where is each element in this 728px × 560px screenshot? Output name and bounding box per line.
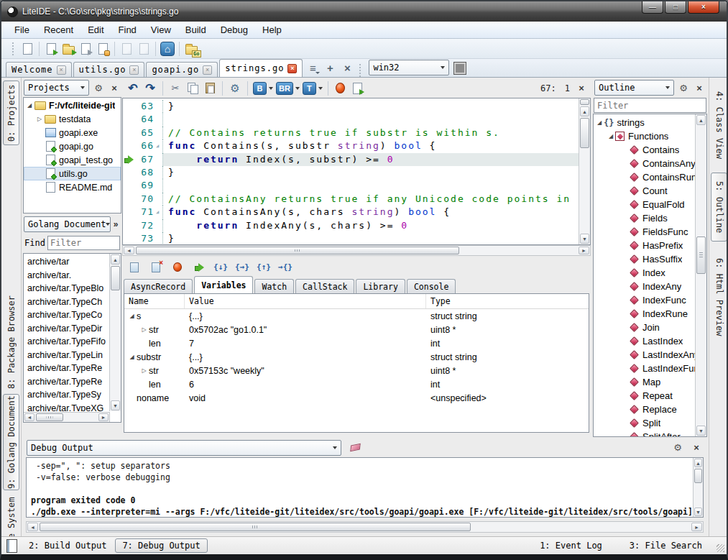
build-button[interactable]: B bbox=[253, 82, 267, 95]
close-editor-area-icon[interactable]: × bbox=[338, 60, 356, 75]
outline-item-join[interactable]: Join bbox=[594, 321, 695, 334]
editor-hscrollbar[interactable]: ◄ ► bbox=[122, 245, 591, 256]
scroll-right-icon[interactable]: ► bbox=[691, 523, 702, 531]
menu-build[interactable]: Build bbox=[178, 22, 213, 37]
project-item-readme-md[interactable]: README.md bbox=[24, 180, 121, 194]
package-list-vscrollbar[interactable]: ▲ ▼ bbox=[109, 254, 121, 411]
stop-debug-icon[interactable] bbox=[170, 260, 185, 275]
sidebar-view-combo[interactable]: Projects bbox=[24, 80, 89, 96]
scroll-thumb[interactable] bbox=[36, 413, 63, 421]
outline-item-containsrune[interactable]: ContainsRune bbox=[594, 170, 695, 184]
outline-item-hassuffix[interactable]: HasSuffix bbox=[594, 252, 695, 266]
chevron-down-icon[interactable] bbox=[295, 87, 300, 90]
tab-welcome[interactable]: Welcome× bbox=[6, 62, 72, 77]
copy-icon[interactable] bbox=[185, 81, 201, 96]
editor-vscrollbar[interactable]: ▲ ▼ bbox=[579, 98, 590, 244]
debug-tab-library[interactable]: Library bbox=[356, 279, 405, 293]
status-3-file-search[interactable]: 3: File Search bbox=[627, 539, 705, 552]
scroll-left-icon[interactable]: ◄ bbox=[124, 247, 134, 254]
clear-output-icon[interactable] bbox=[347, 440, 363, 456]
save-file-icon[interactable] bbox=[77, 40, 94, 58]
scroll-right-icon[interactable]: ► bbox=[579, 247, 589, 254]
status-7-debug-output[interactable]: 7: Debug Output bbox=[115, 538, 207, 553]
outline-filter-input[interactable] bbox=[594, 98, 706, 113]
tabbar-grip[interactable] bbox=[359, 64, 362, 77]
scroll-down-icon[interactable]: ▼ bbox=[696, 426, 706, 436]
outline-view-combo[interactable]: Outline bbox=[594, 80, 674, 96]
variable-row-len[interactable]: len7int bbox=[124, 336, 589, 350]
scroll-down-icon[interactable]: ▼ bbox=[580, 234, 589, 244]
output-view-combo[interactable]: Debug Output bbox=[27, 440, 341, 456]
step-into-icon[interactable]: {↓} bbox=[213, 260, 229, 275]
project-item-testdata[interactable]: ▷testdata bbox=[24, 112, 121, 126]
scroll-thumb[interactable] bbox=[111, 266, 120, 290]
project-item-goapi-test-go[interactable]: goapi_test.go bbox=[24, 153, 121, 167]
outline-item-lastindexfunc[interactable]: LastIndexFunc bbox=[594, 362, 695, 375]
column-name[interactable]: Name bbox=[124, 294, 185, 308]
outline-item-repeat[interactable]: Repeat bbox=[594, 389, 695, 403]
debug-tab-watch[interactable]: Watch bbox=[254, 279, 294, 293]
package-item[interactable]: archive/tar.TypeRe bbox=[24, 375, 109, 389]
outline-item-replace[interactable]: Replace bbox=[594, 403, 695, 416]
scroll-split-handle[interactable] bbox=[580, 99, 589, 105]
scroll-right-icon[interactable]: ► bbox=[98, 413, 109, 421]
column-value[interactable]: Value bbox=[185, 294, 426, 308]
package-item[interactable]: archive/tar bbox=[24, 255, 109, 269]
resize-grip[interactable] bbox=[717, 544, 724, 552]
outline-item-containsany[interactable]: ContainsAny bbox=[594, 157, 695, 170]
tab-close-icon[interactable]: × bbox=[203, 65, 212, 75]
build-config-icon[interactable]: ⚙ bbox=[227, 81, 243, 96]
outline-item-fieldsfunc[interactable]: FieldsFunc bbox=[594, 225, 695, 239]
menu-debug[interactable]: Debug bbox=[213, 22, 255, 37]
toolbar-grip[interactable] bbox=[12, 42, 15, 55]
redo-icon[interactable]: ↷ bbox=[142, 81, 158, 96]
new-file-icon[interactable] bbox=[19, 40, 36, 58]
outline-item-indexany[interactable]: IndexAny bbox=[594, 280, 695, 293]
scroll-left-icon[interactable]: ◄ bbox=[27, 523, 38, 531]
outline-item-index[interactable]: Index bbox=[594, 266, 695, 280]
side-tab-8-package-browser[interactable]: 8: Package Browser bbox=[3, 292, 19, 393]
outline-item-indexfunc[interactable]: IndexFunc bbox=[594, 293, 695, 307]
outline-group-functions[interactable]: ◢Functions bbox=[594, 129, 695, 143]
outline-close-icon[interactable]: × bbox=[693, 83, 706, 93]
side-tab-4-class-view[interactable]: 4: Class View bbox=[711, 85, 727, 165]
menu-find[interactable]: Find bbox=[111, 22, 144, 37]
scroll-thumb[interactable] bbox=[696, 237, 706, 274]
open-folder-icon[interactable] bbox=[60, 40, 77, 58]
scroll-down-icon[interactable]: ▼ bbox=[111, 400, 120, 410]
variable-row-str[interactable]: ▷str0x5702ac "go1.0.1"uint8 * bbox=[124, 323, 589, 336]
column-type[interactable]: Type bbox=[426, 294, 589, 308]
projects-close-icon[interactable]: × bbox=[108, 83, 121, 93]
outline-item-split[interactable]: Split bbox=[594, 416, 695, 430]
projects-gear-icon[interactable]: ⚙ bbox=[92, 83, 105, 93]
package-filter-input[interactable] bbox=[47, 236, 120, 250]
outline-item-count[interactable]: Count bbox=[594, 184, 695, 198]
side-tab-5-outline[interactable]: 5: Outline bbox=[711, 173, 727, 242]
scroll-up-icon[interactable]: ▲ bbox=[696, 115, 706, 125]
outline-item-fields[interactable]: Fields bbox=[594, 211, 695, 225]
outline-item-lastindexany[interactable]: LastIndexAny bbox=[594, 348, 695, 362]
save-all-icon[interactable] bbox=[94, 40, 111, 58]
debug-tab-asyncrecord[interactable]: AsyncRecord bbox=[124, 279, 193, 293]
cut-icon[interactable]: ✂ bbox=[167, 81, 183, 96]
outline-root[interactable]: ◢{}strings bbox=[594, 116, 695, 129]
stop-run-icon[interactable] bbox=[333, 81, 349, 96]
package-item[interactable]: archive/tar.TypeCh bbox=[24, 295, 109, 309]
package-item[interactable]: archive/tar. bbox=[24, 269, 109, 283]
output-gear-icon[interactable]: ⚙ bbox=[671, 442, 684, 453]
tab-strings-go[interactable]: strings.go× bbox=[219, 59, 303, 77]
outline-item-indexrune[interactable]: IndexRune bbox=[594, 307, 695, 321]
tab-close-icon[interactable]: × bbox=[57, 65, 66, 75]
package-list-hscrollbar[interactable]: ◄ ► bbox=[23, 412, 110, 423]
step-out-icon[interactable]: {↑} bbox=[256, 260, 272, 275]
tab-close-icon[interactable]: × bbox=[129, 65, 139, 75]
package-item[interactable]: archive/tar.TypeFifo bbox=[24, 335, 109, 349]
output-hscrollbar[interactable]: ◄ ► bbox=[26, 521, 704, 533]
project-item-f-vfc-liteide-git[interactable]: ◢F:/vfc/liteide-git bbox=[24, 98, 121, 112]
chevron-down-icon[interactable] bbox=[269, 87, 273, 90]
project-item-goapi-exe[interactable]: goapi.exe bbox=[24, 126, 121, 139]
side-tab-6-html-preview[interactable]: 6: Html Preview bbox=[711, 246, 727, 348]
variable-row-noname[interactable]: nonamevoid<unspecified> bbox=[124, 391, 589, 405]
debug-log-icon[interactable] bbox=[126, 260, 142, 275]
variable-row-substr[interactable]: ◢substr{...}struct string bbox=[124, 350, 589, 364]
